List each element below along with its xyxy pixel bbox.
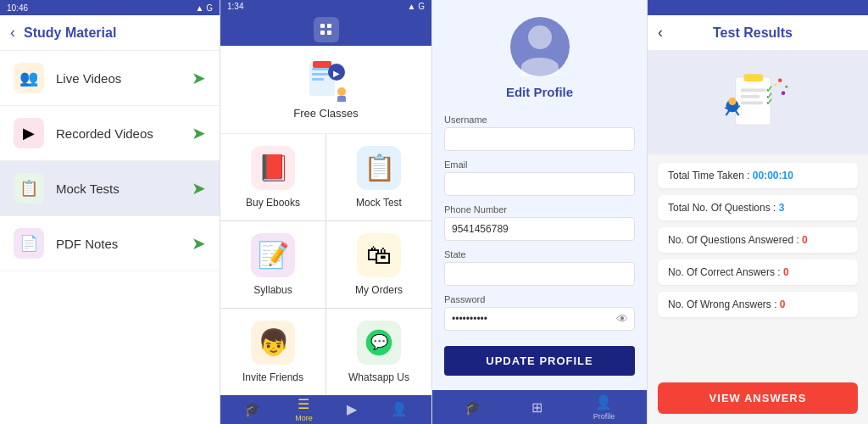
email-input[interactable] xyxy=(444,172,635,196)
username-input[interactable] xyxy=(444,127,635,151)
view-answers-button[interactable]: VIEW ANSWERS xyxy=(658,382,858,414)
svg-rect-4 xyxy=(312,78,324,81)
syllabus-icon: 📝 xyxy=(251,233,295,277)
friends-label: Invite Friends xyxy=(242,371,303,383)
email-label: Email xyxy=(444,159,635,170)
svg-point-27 xyxy=(775,84,777,86)
ebooks-label: Buy Ebooks xyxy=(246,197,300,209)
svg-rect-8 xyxy=(337,96,346,102)
phone-input[interactable] xyxy=(444,217,635,241)
video-icon: ▶ xyxy=(347,401,357,417)
statusbar-time: 10:46 xyxy=(7,3,28,13)
state-input[interactable] xyxy=(444,262,635,286)
password-input[interactable] xyxy=(444,307,635,331)
result-value-wrong: 0 xyxy=(780,298,786,310)
edit-profile-title: Edit Profile xyxy=(506,85,573,99)
results-svg: ✓ ✓ ✓ xyxy=(720,60,796,145)
live-menu-label: Live Videos xyxy=(56,71,192,86)
panel-edit-profile: Edit Profile Username Email Phone Number… xyxy=(432,0,648,424)
profile-icon: 👤 xyxy=(391,401,408,417)
svg-point-28 xyxy=(782,92,786,96)
menu-item-pdf[interactable]: 📄 PDF Notes ➤ xyxy=(0,216,220,271)
svg-rect-3 xyxy=(312,73,331,75)
home-icon2: 🎓 xyxy=(465,399,481,416)
live-arrow-icon: ➤ xyxy=(192,68,206,88)
back-button-panel4[interactable]: ‹ xyxy=(658,24,663,42)
profile-label: Profile xyxy=(593,412,615,421)
result-value-correct: 0 xyxy=(783,266,789,278)
grid-menu-icon[interactable] xyxy=(314,17,339,42)
result-label-wrong: No. Of Wrong Answers : xyxy=(668,298,777,310)
profile-top: Edit Profile xyxy=(432,0,647,114)
password-label: Password xyxy=(444,294,635,304)
phone-label: Phone Number xyxy=(444,204,635,215)
mock-icon: 📋 xyxy=(357,146,401,190)
app-cell-whatsapp[interactable]: 💬 Whatsapp Us xyxy=(326,309,431,395)
profile-icon2: 👤 xyxy=(595,394,612,410)
form-group-password: Password 👁 xyxy=(444,294,635,331)
result-card-time: Total Time Taken : 00:00:10 xyxy=(658,163,858,188)
friends-icon: 👦 xyxy=(251,321,295,365)
recorded-menu-icon: ▶ xyxy=(14,118,44,148)
app-grid: 📕 Buy Ebooks 📋 Mock Test 📝 Syllabus 🛍 My… xyxy=(220,134,431,395)
svg-rect-15 xyxy=(741,102,763,105)
home-icon: 🎓 xyxy=(244,401,261,417)
free-classes-svg: ▶ xyxy=(301,59,352,102)
dot xyxy=(327,31,331,35)
app-cell-mock[interactable]: 📋 Mock Test xyxy=(326,134,431,220)
whatsapp-icon: 💬 xyxy=(357,321,401,365)
state-label: State xyxy=(444,249,635,259)
pdf-menu-icon: 📄 xyxy=(14,228,44,259)
panel2-bottombar: 🎓 ☰ More ▶ 👤 xyxy=(220,395,431,424)
svg-text:✓: ✓ xyxy=(765,97,773,107)
panel3-nav-home[interactable]: 🎓 xyxy=(465,399,481,416)
svg-point-7 xyxy=(337,87,346,96)
bottom-nav-more[interactable]: ☰ More xyxy=(295,396,313,422)
form-group-phone: Phone Number xyxy=(444,204,635,241)
panel3-nav-grid[interactable]: ⊞ xyxy=(531,399,542,416)
svg-point-20 xyxy=(729,98,737,105)
result-value-answered: 0 xyxy=(802,234,808,246)
dot xyxy=(327,24,331,28)
free-classes-label: Free Classes xyxy=(293,107,359,120)
app-cell-orders[interactable]: 🛍 My Orders xyxy=(326,221,431,308)
panel3-nav-profile[interactable]: 👤 Profile xyxy=(593,394,615,421)
show-password-icon[interactable]: 👁 xyxy=(616,312,628,326)
free-classes-illustration: ▶ xyxy=(301,59,352,102)
grid-dots xyxy=(320,24,332,36)
bottom-nav-video[interactable]: ▶ xyxy=(347,401,357,417)
result-card-wrong: No. Of Wrong Answers : 0 xyxy=(658,292,858,317)
menu-item-recorded[interactable]: ▶ Recorded Videos ➤ xyxy=(0,106,220,161)
bottom-nav-profile-icon[interactable]: 👤 xyxy=(391,401,408,417)
result-value-total: 3 xyxy=(779,202,785,214)
update-profile-button[interactable]: UPDATE PROFILE xyxy=(444,346,635,376)
app-cell-friends[interactable]: 👦 Invite Friends xyxy=(220,309,326,395)
menu-item-mock[interactable]: 📋 Mock Tests ➤ xyxy=(0,161,220,216)
clipboard-graphic: ✓ ✓ ✓ xyxy=(720,64,796,141)
results-illustration: ✓ ✓ ✓ xyxy=(648,51,868,154)
free-classes-banner[interactable]: ▶ Free Classes xyxy=(220,46,431,134)
svg-text:▶: ▶ xyxy=(333,69,340,78)
profile-form: Username Email Phone Number State Passwo… xyxy=(432,114,647,390)
result-label-correct: No. Of Correct Answers : xyxy=(668,266,781,278)
panel4-title: Test Results xyxy=(671,25,834,41)
back-button[interactable]: ‹ xyxy=(10,24,15,42)
syllabus-label: Syllabus xyxy=(253,284,292,296)
svg-rect-14 xyxy=(741,95,760,98)
panel-study-material: 10:46 ▲ G ‹ Study Material 👥 Live Videos… xyxy=(0,0,220,424)
ebooks-icon: 📕 xyxy=(251,146,295,190)
panel-test-results: ‹ Test Results ✓ ✓ ✓ xyxy=(648,0,868,424)
svg-point-25 xyxy=(778,79,782,83)
bottom-nav-home[interactable]: 🎓 xyxy=(244,401,261,417)
result-card-correct: No. Of Correct Answers : 0 xyxy=(658,259,858,285)
app-cell-ebooks[interactable]: 📕 Buy Ebooks xyxy=(220,134,326,220)
svg-rect-2 xyxy=(312,68,331,70)
statusbar-panel4 xyxy=(648,0,868,15)
app-cell-syllabus[interactable]: 📝 Syllabus xyxy=(220,221,326,308)
svg-rect-13 xyxy=(741,89,766,92)
svg-point-26 xyxy=(785,86,787,88)
more-icon: ☰ xyxy=(298,396,309,412)
menu-item-live[interactable]: 👥 Live Videos ➤ xyxy=(0,51,220,106)
pdf-arrow-icon: ➤ xyxy=(192,233,206,254)
more-label: More xyxy=(295,414,313,422)
